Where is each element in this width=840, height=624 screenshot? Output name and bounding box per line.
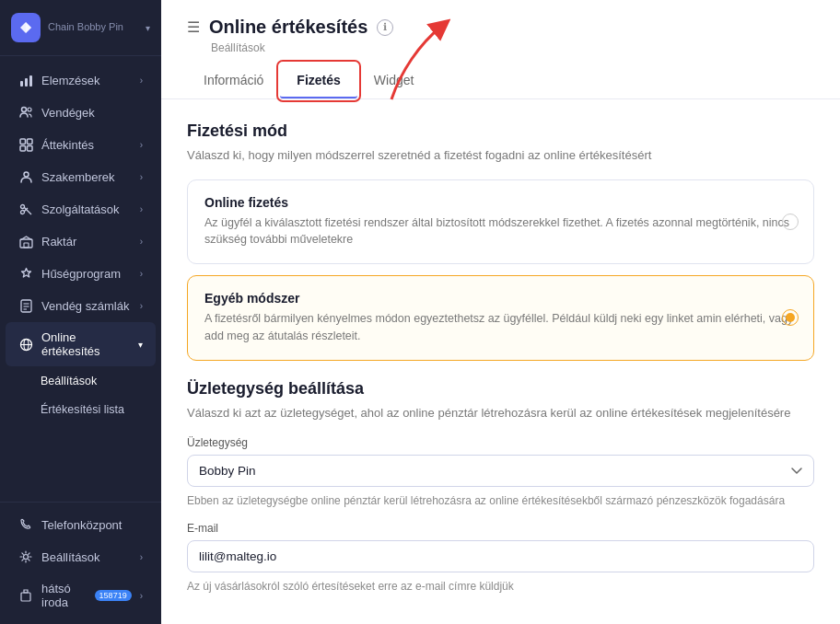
sidebar-nav: Elemzések › Vendégek Áttekintés › Szakem…: [0, 56, 161, 502]
sidebar-item-vendegszamlak[interactable]: Vendég számlák ›: [6, 290, 156, 321]
globe-icon: [18, 337, 33, 352]
svg-point-4: [28, 108, 31, 111]
payment-option-online[interactable]: Online fizetés Az ügyfél a kiválasztott …: [187, 179, 814, 265]
unit-field-group: Üzletegység Bobby Pin Ebben az üzletegys…: [187, 436, 814, 509]
sidebar-sub-ertekesitesi-lista[interactable]: Értékesítési lista: [6, 396, 156, 423]
sidebar-item-onlineertekesites[interactable]: Online értékesítés ▾: [6, 322, 156, 366]
vendegszamlak-label: Vendég számlák: [41, 299, 132, 313]
sidebar-item-telefonkozpont[interactable]: Telefonközpont: [6, 509, 156, 540]
unit-hint: Ebben az üzletegységbe online pénztár ke…: [187, 492, 814, 509]
tab-informacio-label: Információ: [204, 73, 263, 87]
brand-name: Chain Bobby Pin: [48, 21, 138, 33]
svg-point-3: [21, 107, 26, 111]
sidebar-item-attekintes[interactable]: Áttekintés ›: [6, 129, 156, 160]
onlineertekesites-label: Online értékesítés: [41, 330, 130, 358]
beallitasok-footer-label: Beállítások: [41, 550, 132, 564]
gear-icon: [18, 549, 33, 564]
husegprogram-label: Hűségprogram: [41, 267, 132, 281]
sidebar-item-szolgaltatasok[interactable]: Szolgáltatások ›: [6, 193, 156, 225]
szolgaltatasok-label: Szolgáltatások: [41, 202, 132, 216]
tab-bar: Információ Fizetés Widget: [187, 64, 814, 98]
husegprogram-chevron-icon: ›: [140, 269, 143, 279]
sidebar-item-raktar[interactable]: Raktár ›: [6, 225, 156, 257]
payment-option-egyeb[interactable]: Egyéb módszer A fizetésről bármilyen kén…: [187, 275, 814, 361]
szakemberek-label: Szakemberek: [41, 170, 132, 184]
svg-rect-6: [27, 139, 32, 144]
star-icon: [18, 266, 33, 281]
svg-rect-15: [24, 243, 29, 248]
person-icon: [18, 169, 33, 184]
sidebar-footer: Telefonközpont Beállítások › hátsó iroda…: [0, 502, 161, 624]
tab-fizetes-label: Fizetés: [297, 73, 340, 87]
email-input[interactable]: [187, 540, 814, 572]
svg-rect-24: [21, 593, 30, 601]
sidebar-sub-beallitasok[interactable]: Beállítások: [6, 367, 156, 395]
building-icon: [18, 588, 33, 603]
svg-point-10: [20, 204, 24, 208]
menu-icon[interactable]: ☰: [187, 18, 200, 36]
header-top: ☰ Online értékesítés ℹ: [187, 17, 814, 38]
online-fizetes-title: Online fizetés: [204, 195, 797, 210]
attekintes-label: Áttekintés: [41, 138, 132, 152]
sidebar-item-elemzesek[interactable]: Elemzések ›: [6, 64, 156, 96]
tab-fizetes[interactable]: Fizetés: [280, 64, 356, 98]
users-icon: [18, 105, 33, 120]
main-body: Fizetési mód Válaszd ki, hogy milyen mód…: [161, 99, 840, 624]
online-fizetes-radio[interactable]: [782, 214, 799, 230]
telefonkozpont-label: Telefonközpont: [41, 518, 143, 532]
egyeb-modszer-title: Egyéb módszer: [204, 291, 797, 306]
email-label: E-mail: [187, 522, 814, 535]
tab-widget-label: Widget: [374, 73, 414, 87]
svg-rect-2: [29, 75, 32, 87]
sidebar-item-hatso-iroda[interactable]: hátsó iroda 158719 ›: [6, 573, 156, 618]
vendegszamlak-chevron-icon: ›: [140, 301, 143, 311]
sidebar-item-husegprogram[interactable]: Hűségprogram ›: [6, 258, 156, 289]
phone-icon: [18, 517, 33, 532]
main-content: ☰ Online értékesítés ℹ Beállítások Infor…: [161, 0, 840, 624]
egyeb-modszer-desc: A fizetésről bármilyen kényelmes módon e…: [204, 310, 797, 345]
scissors-icon: [18, 202, 33, 216]
grid-icon: [18, 137, 33, 152]
payment-section-desc: Válaszd ki, hogy milyen módszerrel szere…: [187, 146, 814, 165]
raktar-chevron-icon: ›: [140, 237, 143, 247]
invoice-icon: [18, 298, 33, 313]
sidebar-brand[interactable]: Chain Bobby Pin ▾: [0, 0, 161, 56]
svg-rect-1: [25, 78, 28, 87]
svg-rect-0: [20, 81, 23, 87]
svg-rect-5: [20, 139, 26, 144]
attekintes-chevron-icon: ›: [140, 140, 143, 150]
sidebar-item-vendegek[interactable]: Vendégek: [6, 97, 156, 128]
sidebar-item-szakemberek[interactable]: Szakemberek ›: [6, 161, 156, 192]
app-logo: [11, 13, 41, 42]
elemzesek-label: Elemzések: [41, 74, 132, 87]
beallitasok-sub-label: Beállítások: [41, 375, 97, 387]
page-header: ☰ Online értékesítés ℹ Beállítások Infor…: [161, 0, 840, 99]
hatso-iroda-badge: 158719: [95, 590, 132, 601]
online-fizetes-desc: Az ügyfél a kiválasztott fizetési rendsz…: [204, 214, 797, 249]
page-title: Online értékesítés: [209, 17, 368, 38]
szakemberek-chevron-icon: ›: [140, 172, 143, 182]
elemzesek-chevron-icon: ›: [140, 75, 143, 86]
brand-chevron-icon: ▾: [146, 23, 150, 33]
beallitasok-footer-chevron-icon: ›: [140, 552, 143, 562]
email-hint: Az új vásárlásokról szóló értesítéseket …: [187, 578, 814, 595]
unit-label: Üzletegység: [187, 436, 814, 449]
business-section-desc: Válaszd ki azt az üzletegységet, ahol az…: [187, 404, 814, 422]
egyeb-modszer-radio[interactable]: [782, 309, 799, 326]
payment-section-title: Fizetési mód: [187, 121, 814, 141]
svg-rect-8: [27, 145, 32, 151]
hatso-iroda-label: hátsó iroda: [41, 582, 83, 609]
szolgaltatasok-chevron-icon: ›: [140, 204, 143, 214]
tab-widget[interactable]: Widget: [357, 64, 431, 98]
info-icon[interactable]: ℹ: [377, 19, 393, 36]
business-section-title: Üzletegység beállítása: [187, 379, 814, 399]
ertekesitesi-lista-label: Értékesítési lista: [41, 403, 124, 416]
unit-select[interactable]: Bobby Pin: [187, 455, 814, 487]
warehouse-icon: [18, 234, 33, 248]
online-sub-menu: Beállítások Értékesítési lista: [6, 367, 156, 423]
tab-informacio[interactable]: Információ: [187, 64, 280, 98]
brand-label: Chain Bobby Pin: [48, 21, 138, 33]
breadcrumb: Beállítások: [211, 41, 814, 54]
sidebar-item-beallitasok-footer[interactable]: Beállítások ›: [6, 541, 156, 572]
raktar-label: Raktár: [41, 235, 132, 248]
